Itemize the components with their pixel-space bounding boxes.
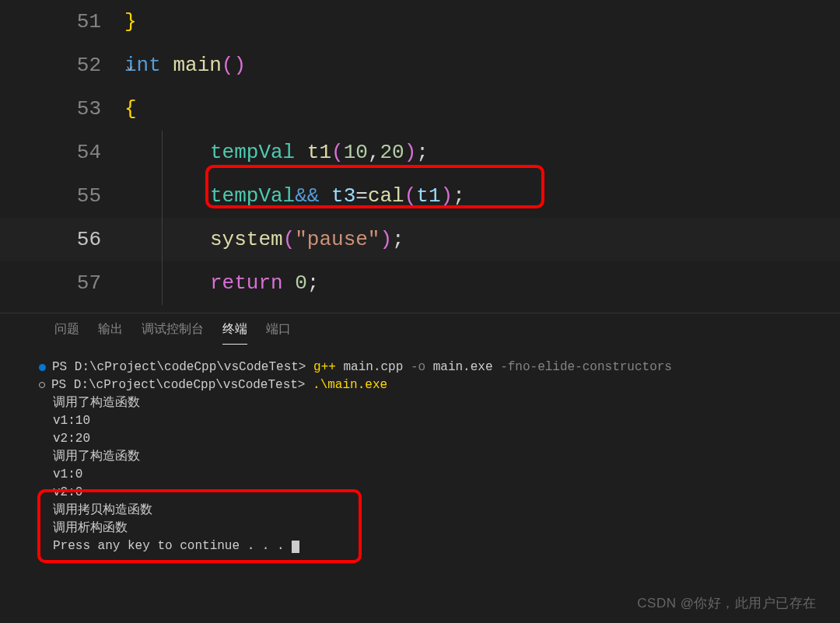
code-editor[interactable]: 51 } 52 ⌄ int main() 53 { 54 tempVal t1(… [0, 0, 840, 305]
code-content: system("pause"); [210, 228, 404, 251]
indent-guide [162, 174, 163, 218]
indent-guide [162, 261, 163, 305]
terminal-line: PS D:\cProject\codeCpp\vsCodeTest> g++ m… [39, 359, 817, 376]
chevron-down-icon[interactable]: ⌄ [126, 58, 134, 73]
code-line-56[interactable]: 56 system("pause"); [0, 218, 840, 261]
bullet-hollow-icon [39, 382, 45, 388]
tab-terminal[interactable]: 终端 [222, 321, 247, 345]
indent-guide [162, 218, 163, 261]
terminal-line: Press any key to continue . . . [39, 537, 817, 555]
line-number: 52 [0, 54, 124, 77]
code-line-55[interactable]: 55 tempVal&& t3=cal(t1); [0, 174, 840, 218]
line-number: 57 [0, 271, 124, 295]
code-line-52[interactable]: 52 ⌄ int main() [0, 44, 840, 87]
code-line-54[interactable]: 54 tempVal t1(10,20); [0, 131, 840, 174]
tab-problems[interactable]: 问题 [54, 321, 79, 345]
line-number: 56 [0, 228, 124, 251]
code-content: return 0; [210, 271, 319, 295]
terminal-line: 调用析构函数 [39, 520, 817, 537]
terminal-line: 调用了构造函数 [39, 448, 817, 465]
terminal-line: 调用拷贝构造函数 [39, 502, 817, 519]
terminal-output[interactable]: PS D:\cProject\codeCpp\vsCodeTest> g++ m… [0, 345, 840, 555]
line-number: 53 [0, 97, 124, 121]
code-content: int main() [124, 54, 246, 77]
terminal-line: v1:10 [39, 412, 817, 429]
code-line-57[interactable]: 57 return 0; [0, 261, 840, 305]
tab-output[interactable]: 输出 [98, 321, 123, 345]
tab-debug-console[interactable]: 调试控制台 [142, 321, 204, 345]
code-content: tempVal&& t3=cal(t1); [210, 184, 465, 208]
code-line-53[interactable]: 53 { [0, 87, 840, 131]
terminal-line: v2:20 [39, 430, 817, 447]
tab-ports[interactable]: 端口 [266, 321, 291, 345]
code-content: tempVal t1(10,20); [210, 141, 429, 164]
cursor-icon [292, 541, 299, 553]
code-line-51[interactable]: 51 } [0, 0, 840, 44]
indent-guide [162, 131, 163, 174]
bullet-filled-icon [39, 364, 46, 371]
terminal-line: PS D:\cProject\codeCpp\vsCodeTest> .\mai… [39, 376, 817, 394]
panel-tabs: 问题 输出 调试控制台 终端 端口 [0, 313, 840, 345]
line-number: 55 [0, 184, 124, 208]
code-content: { [124, 97, 137, 121]
terminal-line: v2:0 [39, 484, 817, 501]
watermark: CSDN @你好，此用户已存在 [637, 594, 817, 612]
line-number: 54 [0, 141, 124, 164]
terminal-line: 调用了构造函数 [39, 394, 817, 411]
line-number: 51 [0, 10, 124, 33]
terminal-panel: 问题 输出 调试控制台 终端 端口 PS D:\cProject\codeCpp… [0, 313, 840, 555]
code-content: } [124, 10, 137, 33]
terminal-line: v1:0 [39, 466, 817, 483]
